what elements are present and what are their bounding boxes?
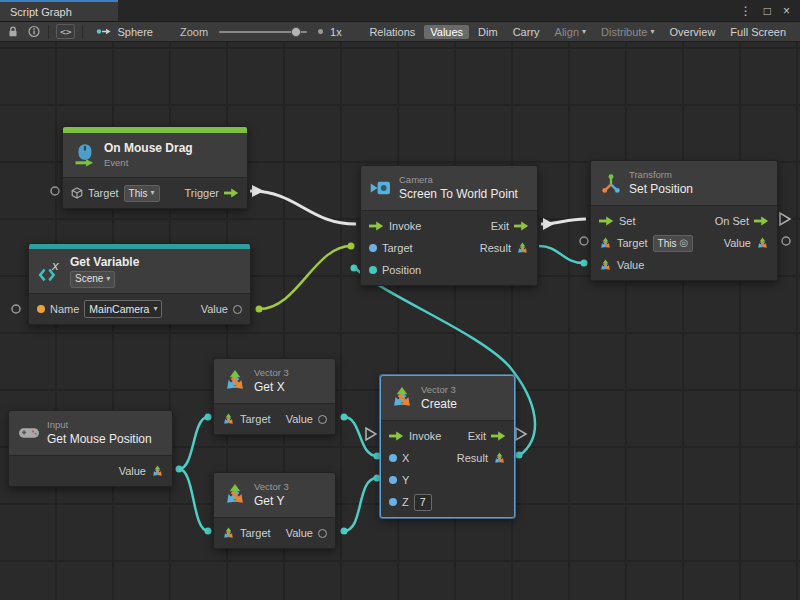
node-title: Create <box>421 397 457 412</box>
port-pin[interactable] <box>205 414 212 421</box>
align-button[interactable]: Align▾ <box>549 25 592 39</box>
tab-script-graph[interactable]: Script Graph <box>0 0 118 21</box>
variable-icon <box>38 259 63 283</box>
wire-trigger-to-invoke[interactable] <box>250 191 356 224</box>
values-button[interactable]: Values <box>424 25 469 39</box>
port-target[interactable]: Target This▾ <box>71 185 160 202</box>
wire-result-to-value[interactable] <box>539 246 584 263</box>
dim-button[interactable]: Dim <box>472 25 504 39</box>
node-vector3-create[interactable]: Vector 3 Create Invoke Exit <box>380 375 515 518</box>
target-this-picker[interactable]: This◎ <box>653 235 694 252</box>
vector3-icon <box>222 527 235 540</box>
port-pin[interactable] <box>348 243 355 250</box>
port-x[interactable]: X <box>389 452 409 464</box>
port-target[interactable]: Target <box>369 242 413 254</box>
gamepad-icon <box>18 423 40 443</box>
overview-button[interactable]: Overview <box>664 25 722 39</box>
variable-scope-dropdown[interactable]: Scene▾ <box>70 271 115 288</box>
zoom-reset-dot[interactable] <box>318 29 323 34</box>
flow-arrow-icon <box>599 216 614 226</box>
port-set[interactable]: Set <box>599 215 636 227</box>
port-target[interactable]: Target <box>222 413 271 426</box>
graph-canvas[interactable]: On Mouse Drag Event Target This▾ Trigger <box>0 42 800 600</box>
port-trigger[interactable]: Trigger <box>185 187 239 199</box>
port-result[interactable]: Result <box>457 452 506 465</box>
port-pin[interactable] <box>176 466 183 473</box>
port-exit[interactable]: Exit <box>491 220 529 232</box>
port-on-set[interactable]: On Set <box>715 215 769 227</box>
flow-arrow-icon <box>389 431 404 441</box>
port-value-in[interactable]: Value <box>599 259 644 272</box>
vector3-icon <box>222 413 235 426</box>
vector3-icon <box>516 242 529 255</box>
z-value-input[interactable]: 7 <box>414 494 432 511</box>
carry-button[interactable]: Carry <box>507 25 546 39</box>
port-value[interactable]: Value <box>286 413 327 425</box>
chevron-down-icon: ▾ <box>106 275 110 283</box>
maximize-icon[interactable]: □ <box>764 5 771 17</box>
port-target[interactable]: Target This◎ <box>599 235 693 252</box>
edit-source-button[interactable]: <> <box>56 24 75 39</box>
vector3-icon <box>599 259 612 272</box>
node-category: Vector 3 <box>421 384 457 396</box>
port-pin[interactable] <box>256 306 263 313</box>
variable-name-dropdown[interactable]: MainCamera▾ <box>84 300 162 318</box>
port-pin[interactable] <box>12 305 20 313</box>
port-pin[interactable] <box>205 528 212 535</box>
port-value[interactable]: Value <box>119 465 164 478</box>
full-screen-button[interactable]: Full Screen <box>724 25 792 39</box>
flow-pin[interactable] <box>516 428 526 440</box>
close-icon[interactable]: × <box>783 5 790 17</box>
vector3-port-dot <box>369 266 377 274</box>
wire-mouse-to-getx[interactable] <box>179 417 208 469</box>
port-value[interactable]: Value <box>201 303 242 315</box>
node-header: Input Get Mouse Position <box>9 411 172 455</box>
wire-variable-to-target[interactable] <box>259 246 351 309</box>
port-exit[interactable]: Exit <box>468 430 506 442</box>
zoom-slider[interactable] <box>219 31 307 33</box>
cube-icon <box>71 187 83 199</box>
port-y[interactable]: Y <box>389 474 409 486</box>
node-get-mouse-position[interactable]: Input Get Mouse Position Value <box>8 410 173 487</box>
port-pin[interactable] <box>516 452 523 459</box>
port-pin[interactable] <box>351 265 358 272</box>
flow-pin[interactable] <box>780 213 790 225</box>
info-button[interactable] <box>27 24 41 39</box>
port-pin[interactable] <box>580 237 588 245</box>
distribute-button[interactable]: Distribute▾ <box>595 25 660 39</box>
port-pin[interactable] <box>341 528 348 535</box>
wire-mouse-to-gety[interactable] <box>179 469 208 531</box>
lock-button[interactable] <box>6 24 20 39</box>
node-on-mouse-drag[interactable]: On Mouse Drag Event Target This▾ Trigger <box>62 126 248 209</box>
transform-port-icon <box>599 237 612 250</box>
port-pin[interactable] <box>341 414 348 421</box>
port-pin[interactable] <box>51 187 59 195</box>
port-value[interactable]: Value <box>286 527 327 539</box>
graph-context[interactable]: Sphere <box>96 26 152 38</box>
port-invoke[interactable]: Invoke <box>369 220 421 232</box>
port-result[interactable]: Result <box>480 242 529 255</box>
node-screen-to-world-point[interactable]: Camera Screen To World Point Invoke Exit <box>360 165 538 286</box>
zoom-value: 1x <box>330 26 342 38</box>
relations-button[interactable]: Relations <box>363 25 421 39</box>
wire-gety-to-y[interactable] <box>344 478 377 531</box>
port-name[interactable]: Name MainCamera▾ <box>37 300 162 318</box>
target-this-dropdown[interactable]: This▾ <box>124 185 160 202</box>
node-header: Transform Set Position <box>591 161 777 205</box>
port-target[interactable]: Target <box>222 527 271 540</box>
flow-arrow-icon <box>369 221 384 231</box>
toolbar-divider <box>48 25 49 39</box>
node-vector3-get-y[interactable]: Vector 3 Get Y Target Value <box>213 472 336 549</box>
port-invoke[interactable]: Invoke <box>389 430 441 442</box>
zoom-slider-knob[interactable] <box>291 27 301 37</box>
node-get-variable[interactable]: Get Variable Scene▾ Name MainCamera▾ Val… <box>28 243 251 325</box>
node-vector3-get-x[interactable]: Vector 3 Get X Target Value <box>213 358 336 435</box>
flow-pin[interactable] <box>366 428 376 440</box>
menu-icon[interactable]: ⋮ <box>740 5 752 17</box>
port-pin[interactable] <box>581 260 588 267</box>
node-set-position[interactable]: Transform Set Position Set On Set <box>590 160 778 281</box>
port-value-out[interactable]: Value <box>724 237 769 250</box>
port-z[interactable]: Z 7 <box>389 494 432 511</box>
port-position[interactable]: Position <box>369 264 421 276</box>
port-pin[interactable] <box>782 237 790 245</box>
